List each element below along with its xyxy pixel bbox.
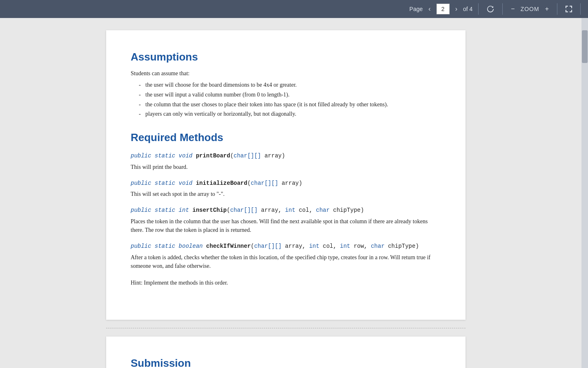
method-name-2: initializeBoard (196, 180, 247, 186)
list-item: the user will input a valid column numbe… (139, 90, 441, 100)
refresh-button[interactable] (484, 4, 497, 14)
hint-text: Hint: Implement the methods in this orde… (131, 278, 441, 287)
param-type-4b: int (309, 243, 319, 249)
zoom-in-button[interactable]: + (543, 4, 551, 14)
method-insertchip: public static int insertChip(char[][] ar… (131, 206, 441, 234)
param-type-3c: char (316, 207, 330, 213)
page-divider (106, 328, 466, 328)
assumptions-section: Assumptions Students can assume that: th… (131, 51, 441, 119)
separator-3 (557, 3, 557, 15)
separator-1 (478, 3, 479, 15)
fullscreen-button[interactable] (563, 4, 575, 14)
method-desc-3: Places the token in the column that the … (131, 217, 441, 234)
zoom-out-button[interactable]: − (508, 4, 517, 14)
submission-title: Submission (131, 357, 441, 368)
submission-section: Submission NOTE: Your output must match … (131, 357, 441, 368)
assumptions-list: the user will choose for the board dimen… (131, 80, 441, 119)
list-item: the column that the user choses to place… (139, 100, 441, 110)
method-sig-insertchip: public static int insertChip(char[][] ar… (131, 206, 441, 215)
list-item: players can only win vertically or horiz… (139, 109, 441, 119)
param-type-4a: char[][] (254, 243, 281, 249)
zoom-label: ZOOM (521, 6, 539, 12)
method-desc-1: This will print the board. (131, 163, 441, 171)
param-type-2: char[][] (251, 180, 278, 186)
method-name-3: insertChip (192, 207, 227, 213)
method-name-4: checkIfWinner (206, 243, 251, 249)
method-desc-2: This will set each spot in the array to … (131, 190, 441, 198)
method-desc-4: After a token is added, checks whether t… (131, 253, 441, 270)
assumptions-title: Assumptions (131, 51, 441, 63)
param-type-3a: char[][] (230, 207, 258, 213)
method-sig-checkifwinner: public static boolean checkIfWinner(char… (131, 242, 441, 251)
total-pages-label: of 4 (463, 6, 472, 12)
next-page-button[interactable]: › (453, 4, 460, 14)
page-3: Submission NOTE: Your output must match … (106, 337, 466, 368)
page-number-input[interactable] (437, 4, 450, 14)
page-2: Assumptions Students can assume that: th… (106, 30, 466, 320)
separator-4 (580, 3, 581, 15)
content-area: Assumptions Students can assume that: th… (0, 18, 588, 368)
param-type-1: char[][] (234, 153, 261, 159)
list-item: the user will choose for the board dimen… (139, 80, 441, 90)
scrollbar[interactable] (581, 18, 588, 368)
param-type-4c: int (340, 243, 350, 249)
method-initializeboard: public static void initializeBoard(char[… (131, 180, 441, 199)
method-sig-initializeboard: public static void initializeBoard(char[… (131, 180, 441, 188)
scrollbar-thumb[interactable] (582, 30, 588, 63)
keyword-1: public static void (131, 153, 192, 159)
method-printboard: public static void printBoard(char[][] a… (131, 152, 441, 171)
method-checkifwinner: public static boolean checkIfWinner(char… (131, 242, 441, 270)
assumptions-intro: Students can assume that: (131, 69, 441, 78)
param-type-4d: char (371, 243, 385, 249)
method-sig-printboard: public static void printBoard(char[][] a… (131, 152, 441, 160)
required-methods-title: Required Methods (131, 131, 441, 144)
prev-page-button[interactable]: ‹ (426, 4, 433, 14)
required-methods-section: Required Methods public static void prin… (131, 131, 441, 287)
keyword-3: public static int (131, 207, 189, 213)
keyword-2: public static void (131, 180, 192, 186)
toolbar: Page ‹ › of 4 − ZOOM + (0, 0, 588, 18)
page-label: Page (410, 6, 423, 12)
separator-2 (502, 3, 503, 15)
keyword-4: public static boolean (131, 243, 203, 249)
param-type-3b: int (285, 207, 295, 213)
method-name-1: printBoard (196, 153, 230, 159)
